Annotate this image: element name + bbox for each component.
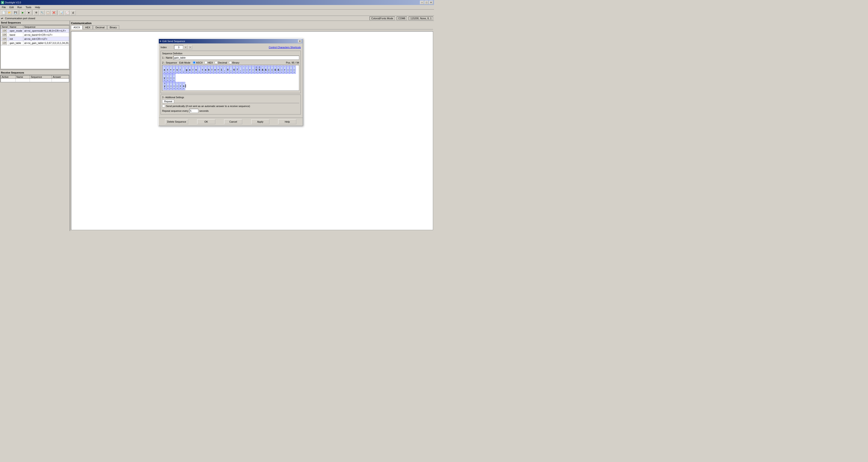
tool4[interactable]: ❌ bbox=[51, 10, 57, 15]
name-cell: band bbox=[9, 33, 23, 37]
char-cell: "b0 bbox=[207, 66, 210, 74]
char-cell: "10 bbox=[220, 66, 223, 74]
char-cell: "t0 bbox=[201, 66, 204, 74]
dialog-title: Edit Send Sequence bbox=[162, 40, 185, 42]
minimize-button[interactable]: ─ bbox=[420, 1, 424, 4]
char-cell: "l0 bbox=[210, 66, 214, 74]
tab-hex[interactable]: HEX bbox=[83, 25, 93, 29]
name-col-header: Name bbox=[16, 75, 30, 79]
index-prev-button[interactable]: < bbox=[184, 45, 188, 49]
communication-tabs: ASCII HEX Decimal Binary bbox=[71, 25, 433, 29]
tool1[interactable]: ⚙ bbox=[33, 10, 39, 15]
char-cell: "(0 bbox=[271, 66, 274, 74]
name-cell: init bbox=[9, 37, 23, 41]
open-button[interactable]: 📂 bbox=[7, 10, 12, 15]
char-cell: "□0 bbox=[245, 66, 248, 74]
dialog-close-button[interactable]: ✕ bbox=[298, 39, 302, 43]
stop-button[interactable]: ■ bbox=[26, 10, 31, 15]
send-button[interactable]: --> bbox=[2, 33, 7, 36]
char-cell: "□0 bbox=[289, 66, 293, 74]
tab-ascii[interactable]: ASCII bbox=[71, 25, 83, 29]
tool5[interactable]: 📊 bbox=[59, 10, 64, 15]
seconds-input[interactable] bbox=[189, 109, 198, 113]
char-cell-inner: "□0 bbox=[166, 82, 169, 90]
radio-decimal[interactable]: Decimal bbox=[215, 61, 227, 64]
index-row: Index < > Control Characters Shortcuts bbox=[161, 45, 301, 49]
sequence-definition-box: Sequence Definition 1 - Name 2 - Sequenc… bbox=[161, 51, 301, 93]
char-cell-inner: "□0 bbox=[169, 82, 173, 90]
answer-cell-empty bbox=[52, 79, 69, 82]
char-cell: "&0 bbox=[274, 66, 277, 74]
name-input[interactable] bbox=[174, 56, 299, 60]
index-next-button[interactable]: > bbox=[188, 45, 192, 49]
save-button[interactable]: 💾 bbox=[13, 10, 18, 15]
help-button[interactable]: Help bbox=[278, 119, 296, 124]
title-bar: ◉ Docklight V2.0 ─ □ ✕ bbox=[0, 0, 434, 5]
table-row: --> gain_table at+rsi_gain_table=1,0,67,… bbox=[1, 41, 69, 45]
sequence-chars-area[interactable]: "a0 "t0 "+0 "r0 "s0 "i0 "_0 "g0 "a0 "i0 … bbox=[162, 65, 299, 91]
radio-ascii[interactable]: ASCII bbox=[193, 61, 203, 64]
tab-binary[interactable]: Binary bbox=[107, 25, 119, 29]
menu-file[interactable]: File bbox=[0, 5, 8, 9]
sequence-col-header: Sequence bbox=[30, 75, 52, 79]
colors-fonts-mode[interactable]: Colors&Fonts Mode bbox=[370, 17, 395, 20]
char-cell: "&0 bbox=[264, 66, 267, 74]
char-cell: "a0 bbox=[163, 66, 166, 74]
char-cell: "70 bbox=[236, 66, 239, 74]
char-grid: "a0 "t0 "+0 "r0 "s0 "i0 "_0 "g0 "a0 "i0 … bbox=[163, 66, 299, 90]
char-cell-inner: 0y0 bbox=[163, 82, 166, 90]
ok-button[interactable]: OK bbox=[197, 119, 215, 124]
name-cell: gain_table bbox=[9, 41, 23, 45]
menu-edit[interactable]: Edit bbox=[8, 5, 16, 9]
send-button[interactable]: --> bbox=[2, 41, 7, 44]
receive-sequences-section: Receive Sequences Active Name Sequence A… bbox=[0, 69, 70, 83]
tool3[interactable]: 📋 bbox=[45, 10, 51, 15]
char-cell: "y0 bbox=[163, 74, 166, 82]
run-button[interactable]: ▶ bbox=[20, 10, 26, 15]
tab-decimal[interactable]: Decimal bbox=[93, 25, 107, 29]
send-button[interactable]: --> bbox=[2, 37, 7, 40]
app-icon: ◉ bbox=[1, 1, 4, 4]
answer-col-header: Answer bbox=[52, 75, 69, 79]
menu-run[interactable]: Run bbox=[16, 5, 24, 9]
char-cell: "□0 bbox=[286, 66, 289, 74]
receive-sequences-table-container: Active Name Sequence Answer bbox=[0, 75, 69, 82]
repeat-tab[interactable]: Repeat bbox=[162, 99, 174, 103]
tool6[interactable]: 📈 bbox=[64, 10, 70, 15]
sequence-cell: at+rsi_init<CR><LF> bbox=[23, 37, 69, 41]
char-cell-inner: "□0 bbox=[176, 82, 179, 90]
delete-sequence-button[interactable]: Delete Sequence bbox=[165, 119, 188, 124]
char-cell: 0y0 "□0 "□0 "□0 "□0 "r0 "n0 bbox=[163, 82, 299, 90]
send-cell: --> bbox=[1, 29, 9, 33]
send-periodically-label: Send periodically (if not sent as an aut… bbox=[166, 105, 250, 107]
sequence-cell: at+rsi_gain_table=1,0,67,3,0,13,1,34,20,… bbox=[23, 41, 69, 45]
baud-rate: 115200, None, 8, 1 bbox=[409, 17, 433, 20]
send-periodically-checkbox[interactable] bbox=[162, 104, 165, 107]
char-cell: "60 bbox=[232, 66, 236, 74]
radio-hex[interactable]: HEX bbox=[205, 61, 213, 64]
new-button[interactable]: 📄 bbox=[1, 10, 6, 15]
radio-binary[interactable]: Binary bbox=[229, 61, 239, 64]
cancel-button[interactable]: Cancel bbox=[224, 119, 242, 124]
char-cell: "00 bbox=[226, 66, 229, 74]
sequence-cell: at+rsi_band=0<CR><LF> bbox=[23, 33, 69, 37]
apply-button[interactable]: Apply bbox=[251, 119, 269, 124]
tool2[interactable]: 🔧 bbox=[39, 10, 45, 15]
menu-help[interactable]: Help bbox=[33, 5, 42, 9]
char-cell: "a0 bbox=[188, 66, 191, 74]
char-cell: "&0 bbox=[261, 66, 264, 74]
sequence-cell-empty bbox=[23, 45, 69, 46]
cc-shortcuts-link[interactable]: Control Characters Shortcuts bbox=[269, 46, 301, 49]
index-input[interactable] bbox=[174, 45, 183, 49]
tool7[interactable]: 🖨 bbox=[70, 10, 76, 15]
send-periodically-row: Send periodically (if not sent as an aut… bbox=[162, 104, 299, 107]
char-cell: "r0 bbox=[283, 66, 286, 74]
send-button[interactable]: --> bbox=[2, 29, 7, 32]
name-label: 1 - Name bbox=[162, 56, 174, 59]
maximize-button[interactable]: □ bbox=[425, 1, 429, 4]
char-cell: ",0 bbox=[229, 66, 232, 74]
char-cell: "g0 bbox=[185, 66, 188, 74]
menu-tools[interactable]: Tools bbox=[24, 5, 33, 9]
close-button[interactable]: ✕ bbox=[429, 1, 433, 4]
communication-title: Communication bbox=[71, 22, 433, 25]
